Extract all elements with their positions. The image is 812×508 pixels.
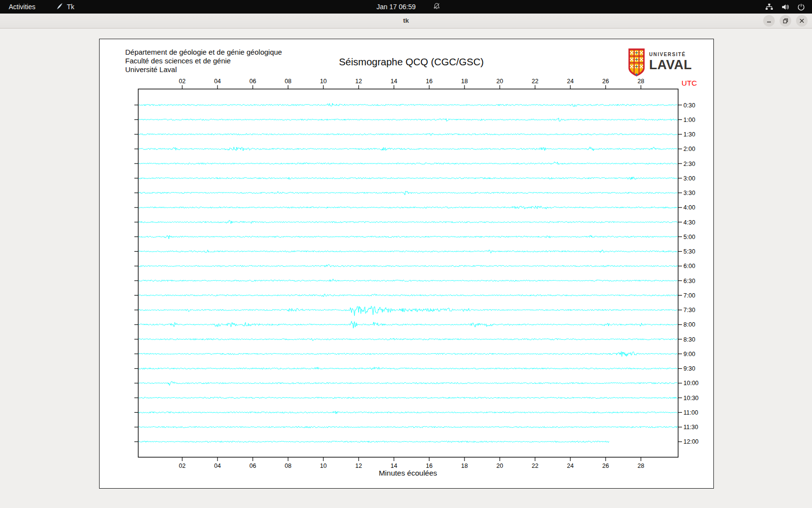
header-line-1: Département de géologie et de génie géol… — [125, 48, 282, 57]
svg-text:04: 04 — [214, 78, 221, 85]
app-menu[interactable]: Tk — [51, 0, 79, 14]
laval-logo: UNIVERSITÉ LAVAL — [628, 48, 692, 77]
notifications-muted-icon — [433, 2, 440, 11]
svg-text:18: 18 — [461, 463, 468, 469]
svg-text:12: 12 — [355, 463, 362, 469]
svg-text:1:00: 1:00 — [683, 117, 695, 123]
app-menu-label: Tk — [67, 3, 74, 11]
svg-text:26: 26 — [602, 78, 609, 85]
activities-button[interactable]: Activities — [4, 0, 40, 14]
svg-text:0:30: 0:30 — [683, 102, 695, 109]
maximize-button[interactable] — [780, 15, 791, 27]
svg-text:28: 28 — [638, 78, 644, 85]
svg-text:2:30: 2:30 — [683, 161, 695, 167]
volume-icon — [781, 3, 789, 11]
svg-text:10: 10 — [320, 463, 327, 469]
svg-text:08: 08 — [285, 78, 291, 85]
svg-text:8:00: 8:00 — [683, 321, 695, 328]
svg-text:24: 24 — [567, 463, 574, 469]
svg-text:14: 14 — [391, 463, 397, 469]
svg-text:3:00: 3:00 — [683, 175, 695, 182]
svg-text:11:00: 11:00 — [683, 409, 698, 416]
svg-text:22: 22 — [532, 463, 538, 469]
svg-text:20: 20 — [496, 78, 503, 85]
svg-text:10:30: 10:30 — [683, 395, 698, 402]
svg-text:28: 28 — [638, 463, 644, 469]
power-icon — [797, 3, 805, 11]
svg-text:10:00: 10:00 — [683, 380, 698, 387]
svg-text:14: 14 — [391, 78, 397, 85]
svg-text:08: 08 — [285, 463, 291, 469]
svg-text:26: 26 — [602, 463, 609, 469]
header-line-2: Faculté des sciences et de génie — [125, 57, 282, 65]
x-axis-label: Minutes écoulées — [379, 469, 437, 478]
svg-text:2:00: 2:00 — [683, 146, 695, 152]
svg-text:12:00: 12:00 — [683, 438, 698, 445]
window-title: tk — [0, 14, 812, 28]
svg-text:12: 12 — [355, 78, 362, 85]
svg-text:7:30: 7:30 — [683, 307, 695, 314]
logo-universite-label: UNIVERSITÉ — [649, 52, 692, 57]
seismograph-canvas: 0202040406060808101012121414161618182020… — [99, 39, 714, 489]
clock-menu[interactable]: Jan 17 06:59 — [372, 0, 420, 14]
svg-text:10: 10 — [320, 78, 327, 85]
header-line-3: Université Laval — [125, 65, 282, 74]
svg-text:6:30: 6:30 — [683, 278, 695, 284]
logo-laval-label: LAVAL — [649, 58, 692, 73]
svg-text:8:30: 8:30 — [683, 336, 695, 343]
svg-text:5:00: 5:00 — [683, 234, 695, 240]
system-menu[interactable] — [765, 0, 805, 14]
svg-text:4:30: 4:30 — [683, 219, 695, 226]
close-button[interactable] — [796, 15, 808, 27]
window-content: 0202040406060808101012121414161618182020… — [0, 29, 812, 508]
utc-label: UTC — [682, 79, 697, 88]
svg-text:16: 16 — [426, 78, 433, 85]
tk-app-icon — [56, 2, 63, 12]
svg-text:7:00: 7:00 — [683, 292, 695, 299]
minimize-button[interactable] — [763, 15, 775, 27]
svg-text:24: 24 — [567, 78, 574, 85]
svg-text:22: 22 — [532, 78, 538, 85]
svg-text:5:30: 5:30 — [683, 248, 695, 255]
svg-text:4:00: 4:00 — [683, 204, 695, 211]
network-wired-icon — [765, 3, 773, 11]
plot-title: Séismographe QCQ (CGC/GSC) — [339, 56, 484, 68]
svg-text:6:00: 6:00 — [683, 263, 695, 269]
seismograph-plot: 0202040406060808101012121414161618182020… — [100, 39, 712, 487]
svg-text:06: 06 — [249, 78, 256, 85]
svg-text:02: 02 — [179, 463, 186, 469]
svg-text:9:00: 9:00 — [683, 351, 695, 358]
svg-text:18: 18 — [461, 78, 468, 85]
header-address: Département de géologie et de génie géol… — [125, 48, 282, 74]
svg-text:16: 16 — [426, 463, 433, 469]
svg-text:20: 20 — [496, 463, 503, 469]
window-titlebar[interactable]: tk — [0, 14, 812, 29]
svg-text:11:30: 11:30 — [683, 424, 698, 431]
svg-text:3:30: 3:30 — [683, 190, 695, 196]
top-bar: Activities Tk Jan 17 06:59 — [0, 0, 812, 14]
desktop: Activities Tk Jan 17 06:59 — [0, 0, 812, 508]
svg-text:9:30: 9:30 — [683, 365, 695, 372]
svg-text:06: 06 — [249, 463, 256, 469]
laval-shield-icon — [628, 48, 645, 77]
svg-text:04: 04 — [214, 463, 221, 469]
svg-text:1:30: 1:30 — [683, 131, 695, 138]
svg-text:02: 02 — [179, 78, 186, 85]
